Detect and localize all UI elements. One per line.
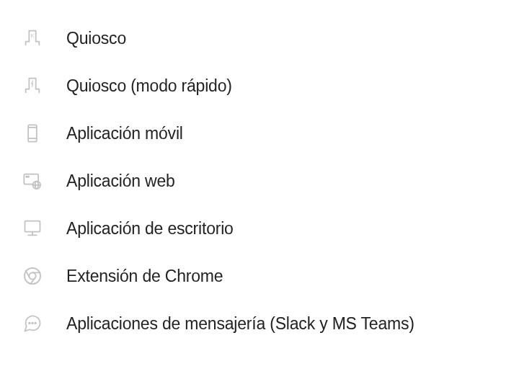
menu-item-chrome-ext[interactable]: Extensión de Chrome	[0, 252, 532, 300]
chrome-icon	[22, 265, 43, 287]
svg-rect-10	[25, 221, 40, 232]
svg-point-18	[29, 323, 30, 324]
kiosk-fast-icon	[22, 75, 43, 97]
menu-item-label: Quiosco	[66, 29, 126, 48]
menu-item-desktop-app[interactable]: Aplicación de escritorio	[0, 205, 532, 252]
chat-icon	[22, 313, 43, 334]
platform-menu: K Quiosco Quiosco (modo rápido) Aplicaci…	[0, 14, 532, 347]
mobile-icon	[22, 122, 43, 144]
svg-point-20	[35, 323, 36, 324]
svg-point-5	[26, 176, 27, 177]
menu-item-kiosk-fast[interactable]: Quiosco (modo rápido)	[0, 62, 532, 110]
svg-point-6	[28, 176, 29, 177]
menu-item-label: Aplicación de escritorio	[66, 219, 234, 239]
svg-point-19	[32, 323, 33, 324]
menu-item-messaging[interactable]: Aplicaciones de mensajería (Slack y MS T…	[0, 300, 532, 347]
web-app-icon	[22, 170, 43, 192]
kiosk-icon: K	[22, 27, 43, 49]
menu-item-web-app[interactable]: Aplicación web	[0, 157, 532, 205]
menu-item-kiosk[interactable]: K Quiosco	[0, 14, 532, 62]
menu-item-mobile-app[interactable]: Aplicación móvil	[0, 110, 532, 157]
menu-item-label: Aplicación web	[66, 172, 175, 191]
svg-text:K: K	[31, 33, 35, 38]
menu-item-label: Aplicaciones de mensajería (Slack y MS T…	[66, 314, 414, 334]
menu-item-label: Aplicación móvil	[66, 124, 183, 143]
menu-item-label: Extensión de Chrome	[66, 267, 223, 286]
svg-line-17	[31, 277, 35, 283]
desktop-icon	[22, 218, 43, 239]
menu-item-label: Quiosco (modo rápido)	[66, 76, 232, 96]
